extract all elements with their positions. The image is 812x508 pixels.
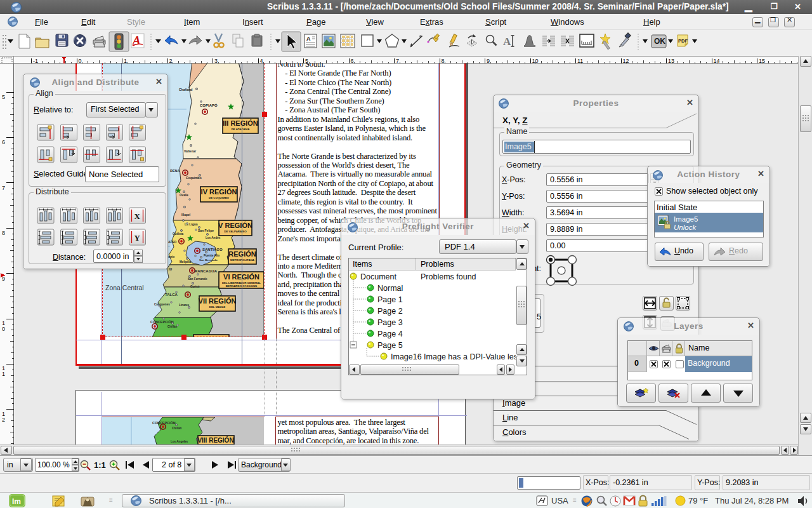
svg-text:2: 2 (169, 58, 173, 64)
svg-text:4: 4 (260, 58, 263, 64)
svg-text:5: 5 (305, 58, 308, 64)
svg-text:OK: OK (654, 37, 665, 46)
svg-text:Chillán: Chillán (172, 427, 182, 430)
svg-text:7: 7 (396, 58, 399, 64)
svg-text:lm: lm (12, 497, 21, 506)
svg-text:12: 12 (623, 58, 629, 64)
svg-text:13: 13 (668, 58, 674, 64)
svg-text:Page 1: Page 1 (377, 295, 403, 304)
svg-text:2: 2 (2, 417, 5, 423)
svg-text:Image16 Image has a DPI-Value: Image16 Image has a DPI-Value les (391, 352, 516, 361)
svg-text:Page 2: Page 2 (377, 307, 403, 316)
svg-text:Problems found: Problems found (421, 272, 476, 281)
svg-text:Page 4: Page 4 (377, 330, 403, 338)
svg-text:8: 8 (442, 58, 445, 64)
svg-text:A: A (306, 36, 311, 42)
svg-text:-1: -1 (33, 58, 38, 64)
svg-text:11: 11 (577, 58, 583, 64)
svg-text:1: 1 (124, 58, 127, 64)
svg-text:Page 3: Page 3 (377, 318, 403, 327)
svg-text:1: 1 (2, 371, 5, 377)
svg-text:3: 3 (214, 58, 218, 64)
svg-text:Document: Document (360, 272, 396, 281)
svg-text:Normal: Normal (377, 284, 403, 293)
svg-text:14: 14 (714, 58, 720, 64)
svg-text:15: 15 (759, 58, 765, 64)
svg-text:8: 8 (2, 230, 5, 236)
svg-text:9: 9 (487, 58, 490, 64)
svg-text:5: 5 (2, 94, 5, 100)
svg-text:6: 6 (2, 139, 5, 145)
svg-text:PDF: PDF (678, 38, 688, 44)
svg-text:Los Angeles: Los Angeles (171, 440, 188, 443)
svg-text:0: 0 (79, 58, 82, 64)
svg-text:A: A (503, 36, 511, 48)
svg-text:7: 7 (2, 185, 5, 191)
svg-text:Page 5: Page 5 (377, 341, 403, 350)
svg-text:0: 0 (2, 326, 5, 332)
svg-text:1:1: 1:1 (94, 460, 106, 470)
svg-text:6: 6 (351, 58, 354, 64)
svg-text:10: 10 (532, 58, 539, 64)
svg-text:VIII REGIÓN: VIII REGIÓN (197, 436, 233, 444)
